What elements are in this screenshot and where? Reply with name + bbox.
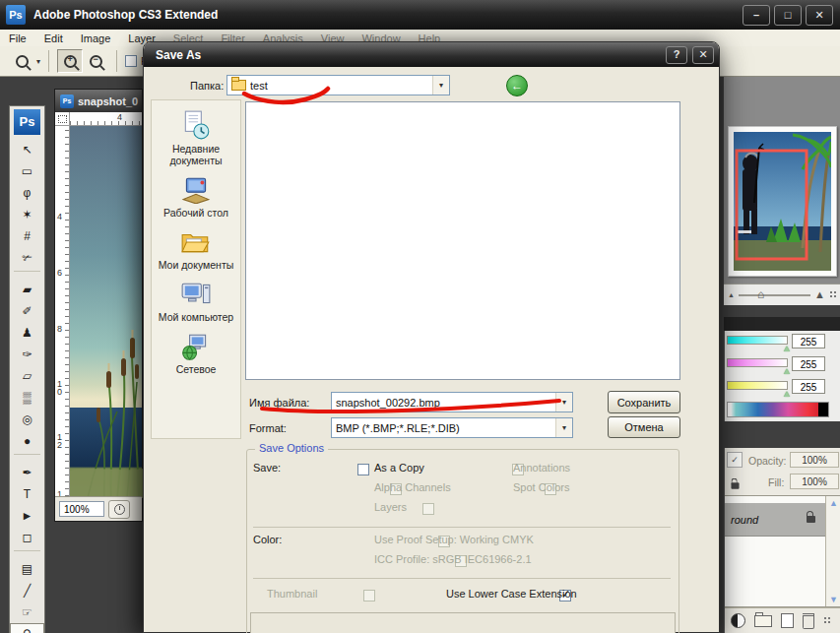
dropdown-arrow-icon[interactable]: ▾ [432, 76, 449, 95]
navigator-zoom-slider[interactable]: ⌂ [739, 294, 810, 296]
document-status-bar: 100% [55, 496, 142, 521]
layers-panel: ✓ Opacity: 100% Fill: 100% round ▲ ▼ [724, 448, 840, 633]
as-a-copy-checkbox[interactable] [357, 464, 369, 475]
adjustment-layer-icon[interactable] [731, 613, 745, 628]
my-documents-icon [180, 228, 212, 256]
place-network[interactable]: Сетевое [152, 333, 240, 375]
lock-pixels-icon[interactable] [731, 475, 740, 493]
file-list[interactable] [245, 101, 680, 380]
timer-icon [114, 504, 125, 515]
as-a-copy-label: As a Copy [374, 462, 424, 474]
zoom-in-mountain-icon[interactable]: ▲ [814, 289, 825, 300]
menu-image[interactable]: Image [72, 32, 120, 44]
panel-resize-grip[interactable] [829, 290, 838, 299]
scroll-down-icon[interactable]: ▼ [826, 595, 840, 604]
new-layer-icon[interactable] [781, 613, 794, 628]
lasso-tool[interactable]: φ [10, 182, 44, 204]
place-desktop[interactable]: Рабочий стол [152, 176, 240, 219]
zoom-tool[interactable]: ⚲ [10, 623, 44, 633]
recent-documents-icon [180, 110, 212, 140]
save-button[interactable]: Сохранить [608, 391, 680, 413]
background-layer-row[interactable]: round [725, 503, 825, 537]
maximize-button[interactable]: □ [774, 5, 802, 26]
magenta-value-field[interactable]: 255 [792, 356, 825, 371]
yellow-slider[interactable] [727, 381, 788, 390]
cyan-slider[interactable] [727, 336, 788, 345]
document-file-icon: Ps [60, 95, 74, 108]
gradient-tool[interactable]: ▒ [10, 387, 44, 409]
healing-brush-tool[interactable]: ▰ [10, 279, 44, 300]
dialog-title: Save As [156, 48, 666, 62]
menu-edit[interactable]: Edit [35, 32, 72, 44]
icc-profile-label: ICC Profile: sRGB IEC61966-2.1 [374, 553, 532, 565]
resize-windows-checkbox[interactable] [125, 55, 137, 67]
annotations-label: Annotations [513, 462, 570, 474]
layers-scrollbar[interactable]: ▲ ▼ [825, 496, 840, 606]
yellow-value-field[interactable]: 255 [792, 379, 825, 394]
place-recent-documents[interactable]: Недавние документы [152, 110, 240, 166]
fill-value-field[interactable]: 100% [790, 474, 839, 489]
clone-stamp-tool[interactable]: ♟ [10, 322, 44, 344]
pen-tool[interactable]: ✒ [10, 462, 44, 483]
zoom-in-button[interactable]: + [57, 49, 83, 73]
close-button[interactable]: ✕ [806, 5, 833, 26]
hand-tool[interactable]: ☞ [10, 601, 44, 623]
dialog-titlebar[interactable]: Save As ? ✕ [144, 42, 719, 67]
status-menu-button[interactable] [108, 500, 130, 519]
dropdown-arrow-icon[interactable]: ▾ [555, 393, 572, 411]
folder-icon [231, 80, 246, 91]
folder-dropdown[interactable]: test ▾ [226, 75, 450, 95]
path-selection-tool[interactable]: ► [10, 505, 44, 527]
dialog-help-button[interactable]: ? [666, 46, 687, 64]
color-ramp[interactable] [727, 402, 829, 417]
filename-input[interactable]: snapshot_00292.bmp ▾ [331, 392, 573, 412]
navigator-zoom-handle[interactable]: ⌂ [757, 287, 764, 301]
color-panel: ▲ 255 ▲ 255 ▲ 255 [724, 331, 840, 421]
history-brush-tool[interactable]: ✑ [10, 344, 44, 365]
minimize-button[interactable]: – [743, 5, 770, 26]
magenta-slider-handle[interactable]: ▲ [782, 366, 792, 376]
format-dropdown[interactable]: BMP (*.BMP;*.RLE;*.DIB) ▾ [331, 417, 573, 438]
dodge-tool[interactable]: ● [10, 430, 44, 452]
zoom-out-mountain-icon[interactable]: ▲ [728, 291, 735, 298]
place-my-documents[interactable]: Мои документы [152, 228, 240, 271]
scroll-up-icon[interactable]: ▲ [826, 498, 840, 508]
vertical-ruler: 4 6 8 10 12 14 [55, 126, 70, 496]
zoom-level-field[interactable]: 100% [59, 501, 104, 517]
new-group-icon[interactable] [754, 615, 772, 627]
document-title: snapshot_0 [78, 95, 138, 107]
dropdown-arrow-icon[interactable]: ▾ [555, 418, 572, 437]
blur-tool[interactable]: ◎ [10, 409, 44, 430]
menu-file[interactable]: File [0, 32, 35, 44]
dialog-close-button[interactable]: ✕ [692, 46, 714, 64]
cancel-button[interactable]: Отмена [608, 416, 680, 438]
brush-tool[interactable]: ✐ [10, 300, 44, 322]
yellow-slider-handle[interactable]: ▲ [782, 389, 792, 399]
tool-preset-dropdown-icon[interactable]: ▾ [36, 57, 40, 66]
place-my-computer[interactable]: Мой компьютер [152, 281, 240, 323]
alpha-channels-label: Alpha Channels [374, 481, 451, 493]
layer-name: round [731, 514, 807, 526]
delete-layer-icon[interactable] [803, 613, 814, 629]
blend-mode-dropdown[interactable]: ✓ [727, 452, 743, 468]
magenta-slider[interactable] [727, 358, 788, 367]
type-tool[interactable]: T [10, 483, 44, 505]
document-titlebar[interactable]: Ps snapshot_0 [55, 90, 142, 112]
my-computer-icon [180, 281, 212, 308]
move-tool[interactable]: ↖ [10, 139, 44, 160]
zoom-out-button[interactable]: − [83, 49, 108, 73]
shape-tool[interactable]: ◻ [10, 527, 44, 548]
crop-tool[interactable]: # [10, 225, 44, 247]
panel-resize-grip[interactable] [823, 616, 832, 625]
opacity-value-field[interactable]: 100% [790, 452, 839, 468]
back-button[interactable]: ← [506, 75, 528, 96]
slice-tool[interactable]: ✃ [10, 247, 44, 269]
eyedropper-tool[interactable]: ╱ [10, 580, 44, 601]
eraser-tool[interactable]: ▱ [10, 365, 44, 387]
notes-tool[interactable]: ▤ [10, 558, 44, 580]
cyan-value-field[interactable]: 255 [792, 334, 825, 348]
marquee-tool[interactable]: ▭ [10, 160, 44, 182]
quick-selection-tool[interactable]: ✶ [10, 204, 44, 225]
network-icon [180, 333, 212, 360]
cyan-slider-handle[interactable]: ▲ [782, 344, 792, 353]
